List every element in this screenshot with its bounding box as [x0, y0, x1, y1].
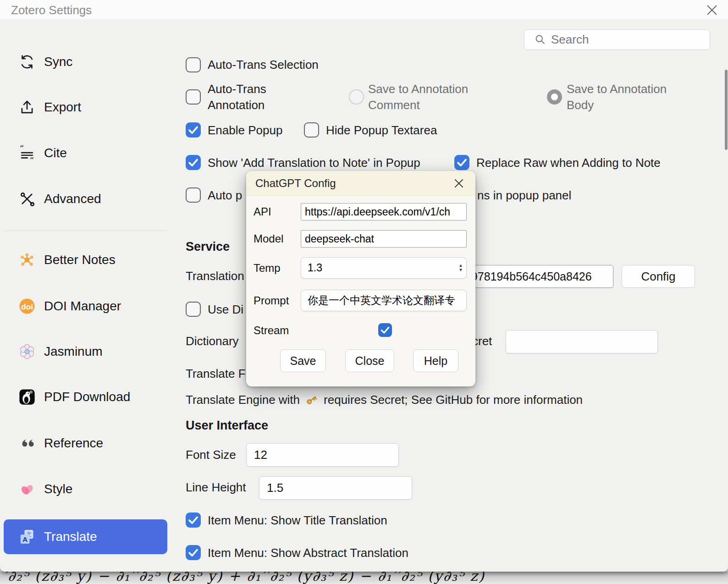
use-dict-checkbox[interactable]	[186, 302, 201, 317]
sidebar-item-cite[interactable]: ““ Cite	[4, 137, 167, 170]
model-label: Model	[254, 231, 283, 246]
auto-trans-annotation-label-line2: Annotation	[208, 97, 265, 113]
item-menu-title-checkbox[interactable]	[186, 512, 201, 528]
temp-spinner[interactable]: ▴▾	[456, 263, 465, 272]
engine-note: Translate Engine with requires Secret; S…	[186, 391, 583, 408]
sidebar-item-style[interactable]: Style	[4, 473, 167, 506]
replace-raw-label: Replace Raw when Adding to Note	[476, 155, 661, 171]
sidebar-item-doi-manager[interactable]: doi DOI Manager	[4, 290, 167, 323]
penguin-icon	[18, 388, 36, 406]
font-size-label: Font Size	[186, 447, 236, 463]
translation-label: Translation	[186, 268, 244, 284]
dictionary-label: Dictionary	[186, 333, 239, 349]
temp-label: Temp	[254, 261, 281, 275]
auto-popup-label-right: ns in popup panel	[477, 187, 571, 203]
chatgpt-config-dialog: ChatGPT Config API Model Temp ▴▾ Prompt …	[246, 171, 475, 386]
save-button[interactable]: Save	[280, 349, 326, 372]
replace-raw-checkbox[interactable]	[454, 155, 469, 170]
api-label: API	[254, 204, 271, 219]
svg-text:A: A	[22, 535, 28, 543]
sidebar-item-export[interactable]: Export	[4, 91, 167, 124]
svg-text:“: “	[19, 144, 24, 153]
show-add-translation-checkbox[interactable]	[186, 155, 201, 170]
svg-text:doi: doi	[21, 302, 33, 311]
config-button[interactable]: Config	[622, 265, 695, 288]
line-height-input[interactable]	[259, 476, 412, 500]
user-interface-heading: User Interface	[186, 417, 268, 434]
cite-icon: ““	[18, 144, 36, 162]
prompt-label: Prompt	[254, 293, 289, 308]
spinner-down-icon: ▾	[459, 267, 462, 272]
save-to-annotation-body-label-line1: Save to Annotation	[567, 81, 667, 97]
enable-popup-label: Enable Popup	[208, 122, 282, 138]
hide-popup-textarea-label: Hide Popup Textarea	[326, 122, 437, 138]
auto-popup-label-left: Auto p	[208, 187, 242, 203]
prompt-input[interactable]	[301, 290, 467, 311]
sidebar-divider	[4, 231, 167, 231]
screen: ′∂₂⁵ (z∂₃⁵ y) − ∂₁′′∂₂⁵ (z∂₃⁵ y) + ∂₁′′∂…	[0, 0, 728, 584]
quote-icon	[18, 435, 36, 452]
stream-label: Stream	[254, 323, 289, 338]
save-to-annotation-comment-radio[interactable]	[349, 89, 364, 105]
translate-from-label: Translate F	[186, 366, 246, 381]
sync-icon	[18, 53, 36, 71]
sidebar-item-jasminum[interactable]: Jasminum	[4, 335, 167, 368]
hide-popup-textarea-checkbox[interactable]	[304, 122, 319, 138]
save-to-annotation-body-label-line2: Body	[567, 97, 594, 113]
key-icon	[304, 392, 319, 407]
translate-icon: 文A	[18, 528, 36, 545]
auto-popup-checkbox[interactable]	[186, 187, 201, 203]
zotero-settings-window: Zotero Settings Sync Export ““ Cite Adva…	[0, 0, 728, 572]
advanced-tools-icon	[18, 190, 36, 208]
line-height-label: Line Height	[186, 479, 246, 495]
export-icon	[18, 99, 36, 116]
petals-icon	[18, 480, 36, 498]
auto-trans-selection-checkbox[interactable]	[186, 57, 201, 72]
sidebar-item-advanced[interactable]: Advanced	[4, 182, 167, 215]
use-dict-label: Use Di	[208, 302, 243, 317]
help-button[interactable]: Help	[413, 349, 458, 372]
better-notes-icon	[18, 251, 36, 269]
dialog-titlebar: ChatGPT Config	[246, 171, 475, 196]
scrollbar-thumb[interactable]	[725, 70, 728, 150]
save-to-annotation-comment-label-line2: Comment	[368, 97, 420, 113]
save-to-annotation-comment-label-line1: Save to Annotation	[368, 81, 468, 97]
close-button[interactable]: Close	[345, 349, 394, 372]
dialog-close-button[interactable]	[452, 177, 465, 190]
temp-input[interactable]	[301, 257, 467, 279]
flower-icon	[18, 343, 36, 360]
close-icon	[705, 3, 719, 17]
item-menu-title-label: Item Menu: Show Title Translation	[208, 512, 387, 528]
window-title: Zotero Settings	[11, 3, 92, 17]
save-to-annotation-body-radio[interactable]	[547, 89, 562, 105]
item-menu-abstract-checkbox[interactable]	[186, 545, 201, 560]
sidebar-item-pdf-download[interactable]: PDF Download	[4, 380, 167, 413]
close-icon	[452, 177, 465, 190]
sidebar-item-translate[interactable]: 文A Translate	[4, 519, 167, 554]
engine-note-text-after: requires Secret; See GitHub for more inf…	[324, 393, 583, 407]
secret-input[interactable]	[506, 330, 658, 353]
item-menu-abstract-label: Item Menu: Show Abstract Translation	[208, 545, 408, 561]
engine-note-text-before: Translate Engine with	[186, 393, 300, 407]
show-add-translation-label: Show 'Add Translation to Note' in Popup	[208, 155, 420, 171]
search-input[interactable]	[524, 29, 710, 50]
model-input[interactable]	[301, 230, 467, 248]
doi-icon: doi	[18, 298, 36, 315]
window-close-button[interactable]	[705, 3, 719, 17]
service-heading: Service	[186, 238, 230, 255]
stream-checkbox[interactable]	[378, 323, 392, 337]
dialog-title: ChatGPT Config	[255, 177, 336, 190]
enable-popup-checkbox[interactable]	[186, 122, 201, 138]
auto-trans-selection-label: Auto-Trans Selection	[208, 57, 319, 72]
window-titlebar: Zotero Settings	[0, 0, 728, 19]
font-size-input[interactable]	[246, 443, 399, 467]
auto-trans-annotation-label-line1: Auto-Trans	[208, 81, 266, 97]
sidebar-item-better-notes[interactable]: Better Notes	[4, 243, 167, 276]
translation-secret-input[interactable]	[458, 265, 613, 288]
svg-text:“: “	[30, 155, 34, 162]
api-input[interactable]	[301, 203, 467, 220]
auto-trans-annotation-checkbox[interactable]	[186, 89, 201, 105]
sidebar-item-sync[interactable]: Sync	[4, 45, 167, 78]
sidebar-item-reference[interactable]: Reference	[4, 427, 167, 460]
search-box	[524, 29, 710, 50]
